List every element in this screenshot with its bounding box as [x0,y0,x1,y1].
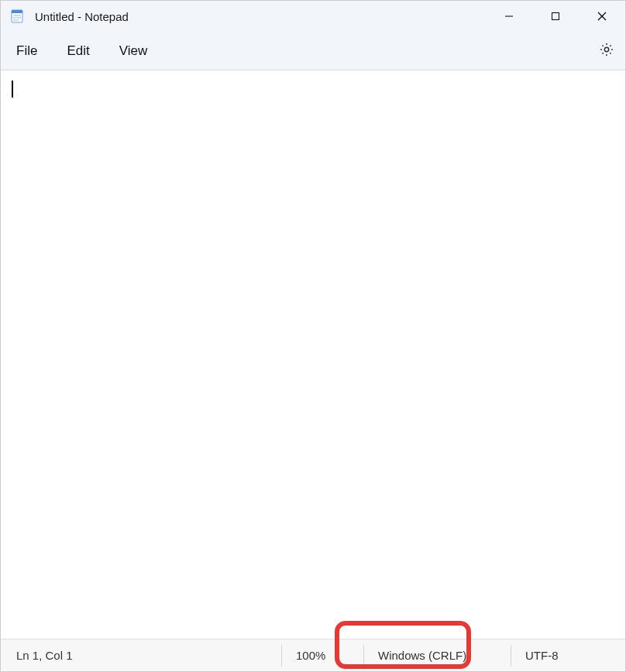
minimize-button[interactable] [486,1,532,32]
title-bar: Untitled - Notepad [1,1,625,32]
status-line-ending: Windows (CRLF) [363,645,511,667]
status-cursor-position: Ln 1, Col 1 [1,645,281,667]
window-title: Untitled - Notepad [35,10,486,23]
status-zoom[interactable]: 100% [281,645,363,667]
svg-rect-1 [12,10,22,13]
text-editor[interactable] [1,70,625,639]
window-controls [486,1,625,32]
close-button[interactable] [579,1,625,32]
status-bar: Ln 1, Col 1 100% Windows (CRLF) UTF-8 [1,639,625,671]
svg-point-9 [604,47,608,51]
text-caret [12,81,13,98]
menu-bar: File Edit View [1,32,625,70]
notepad-window: Untitled - Notepad File Edit View [0,0,626,672]
settings-button[interactable] [593,36,621,67]
gear-icon [599,42,614,60]
svg-rect-6 [552,13,559,20]
status-encoding: UTF-8 [511,645,625,667]
notepad-app-icon [10,9,24,23]
maximize-button[interactable] [532,1,579,32]
menu-edit[interactable]: Edit [56,37,100,65]
menu-view[interactable]: View [108,37,159,65]
menu-file[interactable]: File [5,37,48,65]
